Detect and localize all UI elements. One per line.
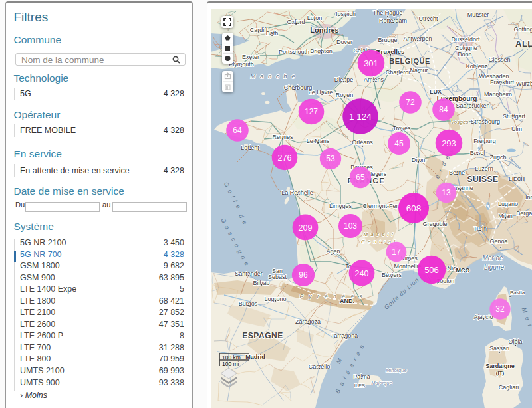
svg-text:Dover: Dover xyxy=(336,39,352,45)
svg-text:53: 53 xyxy=(326,154,335,163)
svg-text:P y r é n é e s: P y r é n é e s xyxy=(299,293,364,300)
svg-text:127: 127 xyxy=(305,107,318,116)
svg-text:Mer de: Mer de xyxy=(482,255,503,262)
svg-text:M a n c h e: M a n c h e xyxy=(251,72,297,80)
svg-text:506: 506 xyxy=(424,265,439,275)
svg-text:Würzb: Würzb xyxy=(516,80,532,87)
svg-text:Olbia: Olbia xyxy=(508,338,522,345)
svg-text:Bergam: Bergam xyxy=(516,210,532,217)
svg-text:65: 65 xyxy=(356,173,365,182)
svg-text:Giessen: Giessen xyxy=(488,56,510,63)
svg-text:Sebast: Sebast xyxy=(268,274,287,280)
svg-text:SUISSE: SUISSE xyxy=(467,175,498,184)
svg-text:LIECH: LIECH xyxy=(509,176,525,182)
svg-text:1 124: 1 124 xyxy=(349,112,372,122)
svg-text:MCO: MCO xyxy=(456,267,470,274)
svg-text:209: 209 xyxy=(299,223,313,233)
svg-text:Sardaigne: Sardaigne xyxy=(485,363,515,369)
svg-text:Bonn: Bonn xyxy=(458,51,471,58)
svg-text:96: 96 xyxy=(299,270,308,280)
svg-text:Vosges: Vosges xyxy=(451,119,468,125)
svg-text:The Hague: The Hague xyxy=(373,9,403,16)
svg-text:Cherbourg: Cherbourg xyxy=(284,84,313,91)
svg-text:64: 64 xyxy=(233,126,242,135)
svg-text:Bastia: Bastia xyxy=(510,290,525,296)
svg-text:Ligurie: Ligurie xyxy=(484,264,504,271)
svg-text:Montpellie: Montpellie xyxy=(394,263,421,270)
svg-text:103: 103 xyxy=(344,221,357,231)
svg-text:240: 240 xyxy=(355,269,369,278)
svg-text:Lugano: Lugano xyxy=(498,201,518,207)
svg-text:Minorque: Minorque xyxy=(386,367,406,373)
svg-text:Orléans: Orléans xyxy=(352,139,373,146)
svg-text:72: 72 xyxy=(406,98,415,107)
svg-text:84: 84 xyxy=(439,105,448,114)
svg-text:45: 45 xyxy=(394,139,404,148)
svg-text:BELGIQUE: BELGIQUE xyxy=(389,57,430,65)
svg-text:(IT): (IT) xyxy=(496,370,505,376)
svg-text:ILES: ILES xyxy=(354,383,365,389)
svg-text:Inns: Inns xyxy=(525,194,532,201)
svg-text:100 mi: 100 mi xyxy=(222,361,239,367)
svg-text:Nic: Nic xyxy=(448,265,456,272)
svg-text:Genoa: Genoa xyxy=(489,238,507,245)
svg-text:32: 32 xyxy=(495,304,505,314)
svg-text:Gotting: Gotting xyxy=(513,26,532,33)
svg-text:13: 13 xyxy=(442,188,451,197)
svg-text:Frankfurt: Frankfurt xyxy=(490,79,515,86)
svg-text:100 km: 100 km xyxy=(222,354,241,361)
svg-text:301: 301 xyxy=(364,58,378,68)
svg-text:276: 276 xyxy=(278,153,292,163)
svg-text:Majorque: Majorque xyxy=(371,380,392,386)
svg-text:ESPAGNE: ESPAGNE xyxy=(242,331,283,340)
svg-text:LUX: LUX xyxy=(430,88,442,95)
svg-text:17: 17 xyxy=(392,247,401,256)
svg-text:Sassari: Sassari xyxy=(489,345,509,352)
svg-text:Stuttgart: Stuttgart xyxy=(503,113,526,120)
svg-text:Brugge: Brugge xyxy=(378,37,397,43)
svg-text:ALLEMA: ALLEMA xyxy=(515,39,532,49)
svg-text:Luzern: Luzern xyxy=(475,165,493,172)
svg-text:Ulm: Ulm xyxy=(511,126,522,132)
svg-text:293: 293 xyxy=(442,138,456,148)
svg-text:M a s s i f: M a s s i f xyxy=(363,231,393,237)
svg-text:608: 608 xyxy=(406,203,422,213)
